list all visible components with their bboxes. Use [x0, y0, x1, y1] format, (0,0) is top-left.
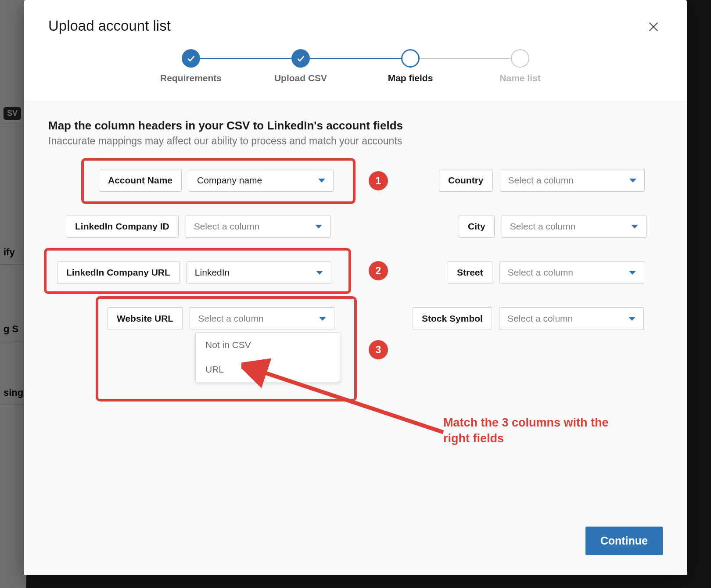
callout-badge-1: 1	[369, 171, 388, 190]
step-upload-csv: Upload CSV	[246, 49, 356, 83]
chevron-down-icon	[316, 271, 323, 275]
chevron-down-icon	[319, 317, 326, 321]
chevron-down-icon	[318, 179, 325, 183]
map-row-street: Street Select a column	[448, 261, 644, 284]
field-select-company-url[interactable]: LinkedIn	[187, 261, 331, 284]
map-row-stock-symbol: Stock Symbol Select a column	[413, 307, 644, 330]
callout-text: Match the 3 columns with the right field…	[443, 415, 628, 447]
chevron-down-icon	[629, 271, 636, 275]
upload-modal: Upload account list Requirements Upload …	[24, 0, 687, 575]
field-label-account-name: Account Name	[99, 169, 182, 192]
step-label: Name list	[499, 73, 540, 83]
modal-header: Upload account list	[24, 0, 687, 49]
step-label: Requirements	[160, 73, 222, 83]
chevron-down-icon	[629, 179, 636, 183]
stepper: Requirements Upload CSV Map fields Name …	[24, 49, 687, 101]
modal-title: Upload account list	[48, 18, 171, 34]
mapping-area: Account Name Company name LinkedIn Compa…	[48, 160, 663, 432]
map-row-country: Country Select a column	[439, 169, 645, 192]
step-map-fields: Map fields	[356, 49, 465, 83]
chevron-down-icon	[628, 317, 636, 321]
check-icon	[186, 54, 196, 63]
callout-badge-2: 2	[369, 261, 388, 280]
step-name-list: Name list	[465, 49, 575, 83]
map-row-account-name: Account Name Company name	[99, 169, 334, 192]
step-label: Map fields	[388, 73, 433, 83]
field-label-city: City	[459, 215, 495, 238]
continue-button[interactable]: Continue	[585, 527, 663, 555]
dropdown-option-url[interactable]: URL	[196, 357, 340, 382]
field-select-street[interactable]: Select a column	[499, 261, 644, 284]
field-select-company-id[interactable]: Select a column	[186, 215, 330, 238]
chevron-down-icon	[631, 225, 638, 229]
field-select-stock-symbol[interactable]: Select a column	[499, 307, 644, 330]
field-select-account-name[interactable]: Company name	[189, 169, 334, 192]
close-icon	[646, 20, 661, 34]
field-select-country[interactable]: Select a column	[500, 169, 645, 192]
dropdown-option-not-in-csv[interactable]: Not in CSV	[196, 333, 340, 357]
modal-footer: Continue	[24, 527, 687, 575]
field-label-company-url: LinkedIn Company URL	[57, 261, 180, 284]
field-select-website-url[interactable]: Select a column	[190, 307, 334, 330]
field-label-country: Country	[439, 169, 493, 192]
modal-body: Map the column headers in your CSV to Li…	[24, 101, 687, 527]
field-label-stock-symbol: Stock Symbol	[413, 307, 492, 330]
map-row-website-url: Website URL Select a column	[108, 307, 334, 330]
map-row-company-url: LinkedIn Company URL LinkedIn	[57, 261, 331, 284]
check-icon	[296, 54, 305, 63]
dropdown-menu: Not in CSV URL	[195, 332, 340, 382]
field-label-street: Street	[448, 261, 492, 284]
chevron-down-icon	[315, 225, 322, 229]
field-label-website-url: Website URL	[108, 307, 183, 330]
field-label-company-id: LinkedIn Company ID	[66, 215, 179, 238]
map-row-company-id: LinkedIn Company ID Select a column	[66, 215, 330, 238]
section-title: Map the column headers in your CSV to Li…	[48, 119, 663, 133]
step-requirements: Requirements	[136, 49, 246, 83]
map-row-city: City Select a column	[459, 215, 646, 238]
section-subtitle: Inaccurate mappings may affect our abili…	[48, 135, 663, 147]
field-select-city[interactable]: Select a column	[502, 215, 646, 238]
close-button[interactable]	[644, 18, 663, 36]
step-label: Upload CSV	[274, 73, 327, 83]
callout-badge-3: 3	[369, 340, 388, 359]
